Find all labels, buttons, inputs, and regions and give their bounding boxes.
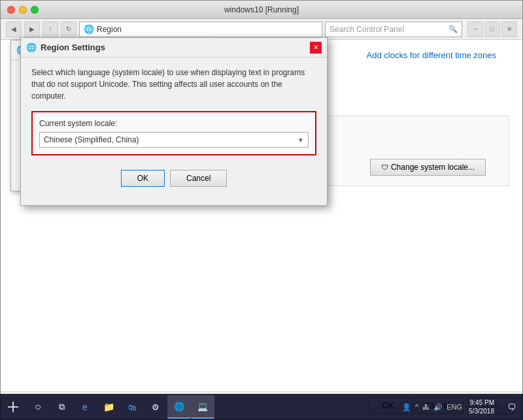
- dropdown-arrow-icon: ▼: [297, 137, 304, 144]
- mac-maximize-btn[interactable]: [31, 6, 39, 14]
- virtualbox-icon: 💻: [197, 402, 208, 412]
- outer-titlebar: windows10 [Running]: [1, 1, 522, 19]
- rs-titlebar: 🌐 Region Settings ✕: [21, 38, 327, 57]
- store-button[interactable]: 🛍: [120, 395, 144, 419]
- mac-close-btn[interactable]: [7, 6, 15, 14]
- rs-ok-button[interactable]: OK: [121, 170, 165, 187]
- notification-icon: 🗨: [507, 402, 516, 412]
- shield-icon: 🛡: [381, 163, 388, 171]
- taskbar: ○ ⧉ e 📁 🛍 ⚙ 🌐 💻 👤 ^ 🖧 🔊 ENG 9:45 PM: [0, 394, 523, 420]
- search-bar[interactable]: Search Control Panel 🔍: [325, 22, 462, 37]
- time-display: 9:45 PM: [469, 398, 494, 407]
- locale-label: Current system locale:: [39, 119, 309, 128]
- rs-close-button[interactable]: ✕: [310, 42, 322, 54]
- start-button[interactable]: [0, 394, 26, 420]
- virtualbox-button[interactable]: 💻: [191, 395, 214, 419]
- rs-cancel-button[interactable]: Cancel: [170, 170, 227, 187]
- file-explorer-button[interactable]: 📁: [97, 395, 120, 419]
- rs-description: Select which language (system locale) to…: [31, 67, 316, 102]
- cortana-button[interactable]: ○: [26, 395, 50, 419]
- gear-icon: ⚙: [152, 402, 160, 412]
- network-icon: 🖧: [421, 403, 431, 411]
- up-button[interactable]: ↑: [42, 22, 58, 37]
- mac-minimize-btn[interactable]: [19, 6, 27, 14]
- notification-button[interactable]: 🗨: [499, 395, 523, 419]
- rs-buttons: OK Cancel: [31, 166, 316, 196]
- outer-window-title: windows10 [Running]: [224, 5, 299, 14]
- control-panel-window: ◀ ▶ ↑ ↻ 🌐 Region Search Control Panel 🔍 …: [1, 19, 522, 419]
- locale-value: Chinese (Simplified, China): [44, 135, 139, 144]
- arrow-up-icon: ^: [414, 403, 420, 411]
- change-system-locale-button[interactable]: 🛡 Change system locale...: [370, 159, 486, 176]
- person-icon: 👤: [401, 403, 413, 412]
- add-clocks-link[interactable]: Add clocks for different time zones: [367, 50, 496, 60]
- windows-logo-icon: [8, 402, 18, 412]
- minimize-btn[interactable]: ─: [467, 22, 483, 37]
- search-placeholder: Search Control Panel: [329, 25, 404, 34]
- edge-icon: e: [82, 402, 88, 412]
- back-button[interactable]: ◀: [6, 22, 22, 37]
- taskbar-clock: 9:45 PM 5/3/2018: [469, 398, 494, 415]
- store-icon: 🛍: [128, 402, 137, 412]
- lang-indicator: ENG: [445, 403, 464, 411]
- region-settings-dialog: 🌐 Region Settings ✕ Select which languag…: [20, 37, 328, 206]
- edge-button[interactable]: e: [73, 395, 97, 419]
- locale-group: Current system locale: Chinese (Simplifi…: [31, 111, 316, 155]
- maximize-btn[interactable]: □: [484, 22, 500, 37]
- folder-icon: 📁: [103, 402, 114, 412]
- mac-window-controls: [7, 6, 39, 14]
- settings-button[interactable]: ⚙: [144, 395, 167, 419]
- region-taskbar-button[interactable]: 🌐: [167, 395, 191, 419]
- volume-icon: 🔊: [432, 403, 444, 412]
- forward-button[interactable]: ▶: [24, 22, 40, 37]
- task-view-icon: ⧉: [59, 402, 65, 412]
- clock-area[interactable]: 9:45 PM 5/3/2018: [464, 398, 499, 415]
- rs-title: Region Settings: [41, 42, 306, 52]
- region-icon: 🌐: [174, 402, 184, 412]
- address-bar[interactable]: 🌐 Region: [79, 22, 322, 37]
- close-btn[interactable]: ✕: [501, 22, 517, 37]
- date-display: 5/3/2018: [469, 407, 494, 415]
- rs-content: Select which language (system locale) to…: [21, 57, 327, 205]
- task-view-button[interactable]: ⧉: [50, 395, 73, 419]
- locale-select[interactable]: Chinese (Simplified, China) ▼: [39, 132, 309, 148]
- notification-area: 👤 ^ 🖧 🔊 ENG: [401, 403, 464, 412]
- refresh-button[interactable]: ↻: [61, 22, 76, 37]
- outer-window: windows10 [Running] ◀ ▶ ↑ ↻ 🌐 Region Sea…: [0, 0, 523, 420]
